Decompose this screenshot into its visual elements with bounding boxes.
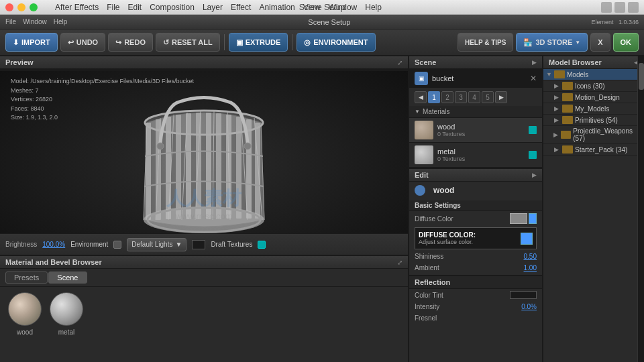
scene-model-name: bucket [432,74,526,82]
tree-arrow-projectile: ▶ [553,131,561,138]
menu-file[interactable]: File [107,3,119,12]
folder-icon-models [554,70,565,78]
material-tabs: Presets Scene [0,269,408,287]
scroll-thumb[interactable] [639,63,644,90]
tree-item-projectile[interactable]: ▶ Projectile_Weapons (57) [543,126,644,144]
tree-item-motion[interactable]: ▶ Motion_Design [543,92,644,103]
nav-page-5[interactable]: 5 [482,91,494,103]
tree-item-icons[interactable]: ▶ Icons (30) [543,80,644,92]
diffuse-color-controls [510,213,537,224]
material-browser-expand[interactable]: ⤢ [397,259,402,266]
tree-item-primitives[interactable]: ▶ Primitives (54) [543,115,644,126]
default-lights-dropdown[interactable]: Default Lights ▼ [127,238,186,251]
toolbar-separator-2 [292,34,292,50]
plugin-menu-help[interactable]: Help [54,18,68,25]
model-browser-panel: Model Browser ◀ ▼ Models ▶ Icons (30) ▶ [543,56,644,362]
undo-button[interactable]: ↩ UNDO [60,33,105,52]
scene-header: Scene ▶ [409,56,542,69]
menu-layer[interactable]: Layer [203,3,223,12]
brightness-value[interactable]: 100.0% [42,241,65,248]
metal-textures: 0 Textures [437,156,525,162]
shininess-value[interactable]: 0.50 [524,253,537,260]
materials-section-label: ▼ Materials [409,106,542,118]
search-icon[interactable] [628,2,639,13]
folder-icon-mymodels [562,105,573,113]
wood-material-name: wood [437,123,525,131]
undo-icon: ↩ [68,38,74,47]
mac-close-button[interactable] [5,3,13,11]
3d-store-button[interactable]: 🏪 3D STORE ▼ [516,33,588,52]
menu-aftereffects[interactable]: After Effects [55,3,99,12]
plugin-menu-window[interactable]: Window [23,18,47,25]
menu-composition[interactable]: Composition [150,3,195,12]
redo-button[interactable]: ↪ REDO [108,33,153,52]
scene-remove-button[interactable]: ✕ [530,74,537,83]
main-content: Preview ⤢ Model: /Users/training/Desktop… [0,56,644,362]
environment-button[interactable]: ◎ ENVIRONMENT [297,33,375,52]
tree-arrow-models: ▼ [546,71,554,78]
nav-page-4[interactable]: 4 [468,91,480,103]
draft-textures-checkbox[interactable] [258,241,266,249]
mac-maximize-button[interactable] [30,3,38,11]
tree-item-mymodels[interactable]: ▶ My_Models [543,103,644,115]
material-items: wood metal [0,287,408,341]
import-icon: ⬇ [13,38,19,47]
dropdown-arrow: ▼ [175,241,182,248]
model-tree-scrollbar[interactable] [637,56,644,362]
nav-next-button[interactable]: ▶ [495,91,507,103]
wood-sphere [8,292,42,326]
menu-effect[interactable]: Effect [231,3,251,12]
diffuse-color-picker[interactable] [510,213,527,224]
nav-page-1[interactable]: 1 [428,91,440,103]
nav-prev-button[interactable]: ◀ [415,91,427,103]
wood-material-icon [415,121,433,139]
svg-rect-11 [146,123,151,220]
menu-animation[interactable]: Animation [259,3,294,12]
edit-circle-icon [415,185,425,196]
tree-arrow-motion: ▶ [554,94,562,101]
edit-expand-arrow[interactable]: ▶ [532,172,537,178]
folder-icon-icons [562,82,573,90]
edit-section: Edit ▶ wood Basic Settings Diffuse Color [409,168,542,326]
tree-arrow-mymodels: ▶ [554,105,562,112]
material-wood-item[interactable]: wood 0 Textures [409,118,542,143]
tree-item-starter[interactable]: ▶ Starter_Pack (34) [543,144,644,156]
environment-label: Environment [70,241,108,248]
ok-button[interactable]: OK [613,33,639,52]
nav-page-2[interactable]: 2 [441,91,453,103]
preview-expand-icon[interactable]: ⤢ [397,59,402,66]
diffuse-color-swatch[interactable] [529,213,537,224]
wood-material-indicator [529,126,537,134]
menu-help[interactable]: Help [365,3,382,12]
reset-all-button[interactable]: ↺ RESET ALL [156,33,220,52]
ambient-value[interactable]: 1.00 [524,264,537,272]
environment-checkbox[interactable] [113,241,121,249]
material-item-wood[interactable]: wood [8,292,42,336]
shininess-label: Shininess [415,253,443,260]
scene-expand-arrow[interactable]: ▶ [532,59,537,66]
popup-color-swatch[interactable] [521,233,533,245]
basic-settings: Basic Settings Diffuse Color DIFFUSE COL… [409,199,542,275]
materials-collapse-icon[interactable]: ▼ [415,109,420,115]
tab-scene[interactable]: Scene [48,272,87,284]
color-tint-swatch[interactable] [510,291,537,299]
extrude-button[interactable]: ▣ EXTRUDE [229,33,288,52]
mac-minimize-button[interactable] [17,3,25,11]
color-tint-label: Color Tint [415,292,443,299]
tab-presets[interactable]: Presets [5,272,48,284]
background-color-box[interactable] [192,240,205,249]
tree-item-models[interactable]: ▼ Models [543,69,644,80]
material-item-metal[interactable]: metal [50,292,83,336]
extrude-icon: ▣ [236,38,243,47]
material-metal-item[interactable]: metal 0 Textures [409,143,542,168]
model-tree: ▼ Models ▶ Icons (30) ▶ Motion_Design [543,69,644,216]
nav-page-3[interactable]: 3 [455,91,467,103]
cancel-button[interactable]: X [590,33,610,52]
menu-edit[interactable]: Edit [127,3,142,12]
help-tips-button[interactable]: HELP & TIPS [458,33,514,52]
plugin-menu-file[interactable]: File [5,18,16,25]
mac-titlebar: After Effects File Edit Composition Laye… [0,0,644,15]
intensity-value[interactable]: 0.0% [521,303,537,310]
import-button[interactable]: ⬇ IMPORT [5,33,58,52]
scene-model-item[interactable]: ▣ bucket ✕ [409,69,542,88]
